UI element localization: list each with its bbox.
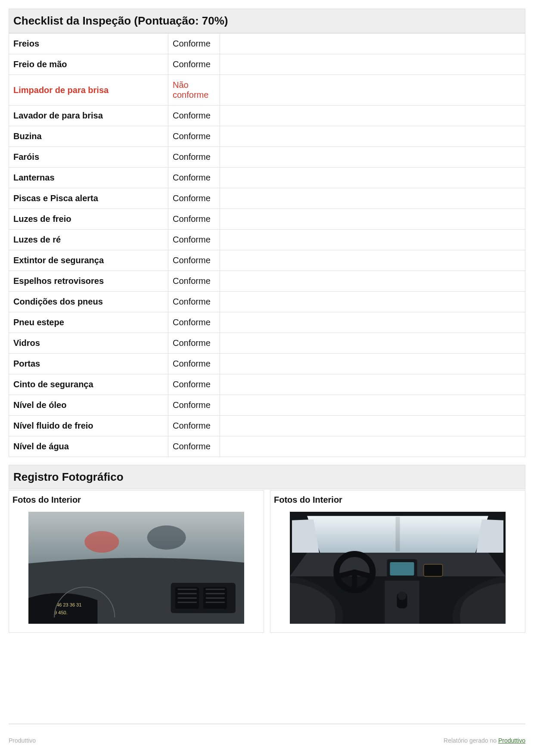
checklist-item-name: Nível fluido de freio	[9, 416, 168, 436]
checklist-item-name: Limpador de para brisa	[9, 75, 168, 106]
table-row: Nível fluido de freioConforme	[9, 416, 525, 436]
table-row: Freio de mãoConforme	[9, 54, 525, 75]
checklist-item-notes	[220, 374, 525, 395]
checklist-item-name: Faróis	[9, 147, 168, 168]
checklist-item-name: Lavador de para brisa	[9, 106, 168, 126]
checklist-item-notes	[220, 54, 525, 75]
checklist-item-status: Conforme	[168, 188, 220, 209]
checklist-item-status: Conforme	[168, 54, 220, 75]
checklist-item-notes	[220, 209, 525, 230]
checklist-item-notes	[220, 271, 525, 292]
checklist-item-status: Conforme	[168, 292, 220, 312]
checklist-item-notes	[220, 230, 525, 250]
footer-credit-prefix: Relatório gerado no	[444, 737, 498, 744]
photo-section-header: Registro Fotográfico	[9, 465, 525, 489]
checklist-item-notes	[220, 354, 525, 374]
svg-point-1	[84, 531, 119, 553]
svg-rect-24	[390, 562, 414, 576]
footer-credit: Relatório gerado no Produttivo	[444, 737, 525, 744]
checklist-item-notes	[220, 34, 525, 54]
svg-point-2	[147, 526, 186, 550]
table-row: Luzes de réConforme	[9, 230, 525, 250]
checklist-item-status: Conforme	[168, 34, 220, 54]
checklist-item-notes	[220, 436, 525, 457]
checklist-item-status: Conforme	[168, 395, 220, 416]
checklist-item-status: Conforme	[168, 230, 220, 250]
photo-section: Registro Fotográfico Fotos do Interior	[9, 465, 525, 633]
checklist-item-notes	[220, 147, 525, 168]
table-row: BuzinaConforme	[9, 126, 525, 147]
table-row: VidrosConforme	[9, 333, 525, 354]
svg-rect-18	[395, 517, 400, 551]
checklist-item-status: Conforme	[168, 250, 220, 271]
checklist-item-status: Conforme	[168, 168, 220, 188]
photo-card-title: Fotos do Interior	[9, 491, 264, 508]
checklist-item-status: Conforme	[168, 374, 220, 395]
checklist-item-name: Luzes de freio	[9, 209, 168, 230]
table-row: Condições dos pneusConforme	[9, 292, 525, 312]
checklist-item-name: Cinto de segurança	[9, 374, 168, 395]
checklist-item-name: Piscas e Pisca alerta	[9, 188, 168, 209]
checklist-item-name: Extintor de segurança	[9, 250, 168, 271]
checklist-item-status: Conforme	[168, 312, 220, 333]
table-row: Pneu estepeConforme	[9, 312, 525, 333]
checklist-item-notes	[220, 333, 525, 354]
checklist-item-notes	[220, 250, 525, 271]
table-row: LanternasConforme	[9, 168, 525, 188]
table-row: Nível de óleoConforme	[9, 395, 525, 416]
checklist-item-notes	[220, 168, 525, 188]
checklist-item-status: Conforme	[168, 106, 220, 126]
table-row: PortasConforme	[9, 354, 525, 374]
report-footer: Produttivo Relatório gerado no Produttiv…	[9, 724, 525, 744]
photo-card-title: Fotos do Interior	[270, 491, 525, 508]
checklist-item-name: Buzina	[9, 126, 168, 147]
checklist-item-status: Conforme	[168, 416, 220, 436]
checklist-item-name: Nível de água	[9, 436, 168, 457]
checklist-item-name: Espelhos retrovisores	[9, 271, 168, 292]
table-row: Nível de águaConforme	[9, 436, 525, 457]
checklist-item-status: Conforme	[168, 126, 220, 147]
checklist-table: FreiosConformeFreio de mãoConformeLimpad…	[9, 33, 525, 457]
checklist-item-name: Vidros	[9, 333, 168, 354]
checklist-section-header: Checklist da Inspeção (Pontuação: 70%)	[9, 9, 525, 33]
svg-text:9 450.: 9 450.	[54, 610, 68, 615]
checklist-item-name: Nível de óleo	[9, 395, 168, 416]
checklist-item-status: Conforme	[168, 354, 220, 374]
table-row: Extintor de segurançaConforme	[9, 250, 525, 271]
checklist-item-status: Conforme	[168, 333, 220, 354]
checklist-item-notes	[220, 395, 525, 416]
checklist-item-notes	[220, 312, 525, 333]
photo-placeholder: 46 23 36 31 9 450.	[28, 512, 244, 624]
checklist-item-notes	[220, 106, 525, 126]
table-row: Espelhos retrovisoresConforme	[9, 271, 525, 292]
checklist-item-status: Conforme	[168, 147, 220, 168]
checklist-item-name: Condições dos pneus	[9, 292, 168, 312]
table-row: Luzes de freioConforme	[9, 209, 525, 230]
car-dashboard-photo-icon: 46 23 36 31 9 450.	[28, 512, 244, 624]
checklist-item-name: Freios	[9, 34, 168, 54]
table-row: Lavador de para brisaConforme	[9, 106, 525, 126]
checklist-item-notes	[220, 75, 525, 106]
checklist-item-name: Portas	[9, 354, 168, 374]
photo-row: Fotos do Interior	[9, 490, 525, 633]
checklist-item-status: Não conforme	[168, 75, 220, 106]
table-row: Cinto de segurançaConforme	[9, 374, 525, 395]
car-interior-photo-icon	[290, 512, 506, 624]
svg-point-28	[398, 591, 407, 600]
checklist-item-notes	[220, 416, 525, 436]
footer-brand: Produttivo	[9, 737, 36, 744]
checklist-item-notes	[220, 292, 525, 312]
checklist-item-notes	[220, 126, 525, 147]
photo-placeholder	[290, 512, 506, 624]
table-row: Limpador de para brisaNão conforme	[9, 75, 525, 106]
svg-rect-25	[424, 564, 443, 576]
table-row: FreiosConforme	[9, 34, 525, 54]
photo-card: Fotos do Interior	[9, 490, 264, 633]
photo-card: Fotos do Interior	[270, 490, 525, 633]
checklist-item-status: Conforme	[168, 209, 220, 230]
checklist-item-notes	[220, 188, 525, 209]
footer-brand-link[interactable]: Produttivo	[498, 737, 525, 744]
checklist-item-name: Lanternas	[9, 168, 168, 188]
checklist-item-status: Conforme	[168, 436, 220, 457]
table-row: Piscas e Pisca alertaConforme	[9, 188, 525, 209]
